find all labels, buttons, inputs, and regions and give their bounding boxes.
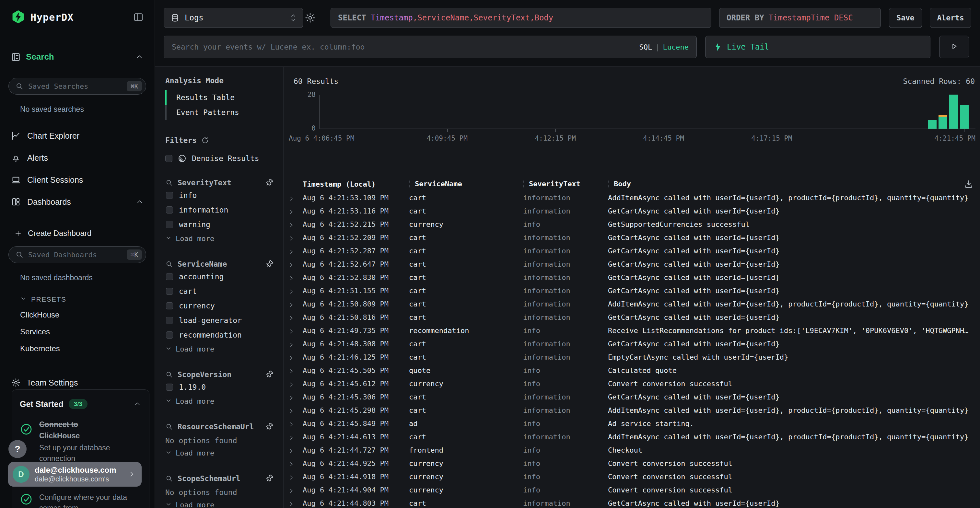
histogram-bar[interactable] bbox=[960, 105, 969, 129]
event-search-bar[interactable]: SQL | Lucene bbox=[164, 36, 697, 58]
column-header-body[interactable]: Body bbox=[608, 180, 980, 188]
create-dashboard-button[interactable]: Create Dashboard bbox=[14, 229, 143, 238]
sql-toggle[interactable]: SQL bbox=[640, 43, 652, 51]
search-icon[interactable] bbox=[165, 179, 173, 187]
user-popover[interactable]: D dale@clickhouse.com dale@clickhouse.co… bbox=[8, 462, 142, 487]
load-more-button[interactable]: Load more bbox=[165, 394, 274, 408]
row-expand-icon[interactable] bbox=[288, 461, 294, 467]
filter-option-recommendation[interactable]: recommendation bbox=[165, 327, 274, 342]
checkbox[interactable] bbox=[166, 221, 173, 228]
table-row[interactable]: Aug 6 4:21:50.809 PMcartinformationAddIt… bbox=[284, 297, 980, 311]
saved-searches-field[interactable] bbox=[28, 82, 122, 90]
table-row[interactable]: Aug 6 4:21:50.816 PMcartinformationGetCa… bbox=[284, 311, 980, 324]
checkbox[interactable] bbox=[166, 288, 173, 295]
filter-option-accounting[interactable]: accounting bbox=[165, 269, 274, 284]
table-row[interactable]: Aug 6 4:21:52.647 PMcartinformationGetCa… bbox=[284, 257, 980, 271]
table-row[interactable]: Aug 6 4:21:49.735 PMrecommendationinfoRe… bbox=[284, 324, 980, 337]
checkbox[interactable] bbox=[166, 384, 173, 391]
filter-option-warning[interactable]: warning bbox=[165, 217, 274, 232]
saved-dashboards-input[interactable]: ⌘K bbox=[8, 246, 146, 263]
gear-icon[interactable] bbox=[305, 12, 316, 23]
get-started-item[interactable]: Configure where your data comes from bbox=[20, 492, 141, 508]
filter-option-information[interactable]: information bbox=[165, 203, 274, 217]
row-expand-icon[interactable] bbox=[288, 487, 294, 493]
refresh-icon[interactable] bbox=[201, 137, 209, 144]
search-icon[interactable] bbox=[165, 260, 173, 268]
row-expand-icon[interactable] bbox=[288, 474, 294, 480]
table-row[interactable]: Aug 6 4:21:53.116 PMcartinformationGetCa… bbox=[284, 205, 980, 218]
sidebar-item-team-settings[interactable]: Team Settings bbox=[11, 378, 143, 387]
table-row[interactable]: Aug 6 4:21:52.209 PMcartinformationGetCa… bbox=[284, 231, 980, 244]
row-expand-icon[interactable] bbox=[288, 314, 294, 321]
row-expand-icon[interactable] bbox=[288, 275, 294, 281]
table-row[interactable]: Aug 6 4:21:52.830 PMcartinformationGetCa… bbox=[284, 271, 980, 284]
table-row[interactable]: Aug 6 4:21:45.306 PMcartinformationGetCa… bbox=[284, 391, 980, 404]
get-started-item[interactable]: Connect to ClickHouse Set up your databa… bbox=[20, 419, 141, 464]
checkbox[interactable] bbox=[165, 155, 172, 162]
pin-icon[interactable] bbox=[265, 370, 274, 379]
sidebar-item-chart-explorer[interactable]: Chart Explorer bbox=[0, 125, 154, 147]
tab-results-table[interactable]: Results Table bbox=[165, 90, 274, 105]
sidebar-item-search[interactable]: Search bbox=[11, 52, 143, 62]
table-row[interactable]: Aug 6 4:21:45.849 PMadinfoAd service sta… bbox=[284, 417, 980, 430]
pin-icon[interactable] bbox=[265, 178, 274, 187]
column-header-severitytext[interactable]: SeverityText bbox=[523, 180, 608, 188]
table-row[interactable]: Aug 6 4:21:46.125 PMcartinformationEmpty… bbox=[284, 351, 980, 364]
search-icon[interactable] bbox=[165, 423, 173, 430]
event-search-input[interactable] bbox=[172, 43, 636, 51]
pin-icon[interactable] bbox=[265, 474, 274, 483]
tab-event-patterns[interactable]: Event Patterns bbox=[165, 105, 274, 120]
row-expand-icon[interactable] bbox=[288, 408, 294, 413]
table-row[interactable]: Aug 6 4:21:44.803 PMcartinformationGetCa… bbox=[284, 497, 980, 508]
row-expand-icon[interactable] bbox=[288, 368, 294, 373]
table-row[interactable]: Aug 6 4:21:44.925 PMcurrencyinfoConvert … bbox=[284, 457, 980, 470]
alerts-button[interactable]: Alerts bbox=[930, 8, 971, 28]
search-icon[interactable] bbox=[165, 371, 173, 378]
results-histogram[interactable]: 28 0 Aug 6 4:06:45 PM4:09:45 PM4:12:15 P… bbox=[284, 86, 980, 164]
filter-option-cart[interactable]: cart bbox=[165, 284, 274, 298]
collapse-sidebar-icon[interactable] bbox=[133, 12, 143, 22]
table-row[interactable]: Aug 6 4:21:44.613 PMcartinformationAddIt… bbox=[284, 430, 980, 443]
table-row[interactable]: Aug 6 4:21:45.298 PMcartinformationAddIt… bbox=[284, 404, 980, 417]
sidebar-item-client-sessions[interactable]: Client Sessions bbox=[0, 169, 154, 191]
table-row[interactable]: Aug 6 4:21:44.904 PMcurrencyinfoConvert … bbox=[284, 483, 980, 497]
row-expand-icon[interactable] bbox=[288, 195, 294, 201]
histogram-bar[interactable] bbox=[928, 120, 937, 129]
row-expand-icon[interactable] bbox=[288, 301, 294, 307]
load-more-button[interactable]: Load more bbox=[165, 446, 274, 460]
histogram-bar[interactable] bbox=[949, 95, 958, 129]
table-row[interactable]: Aug 6 4:21:48.308 PMcartinformationGetCa… bbox=[284, 337, 980, 351]
table-row[interactable]: Aug 6 4:21:53.109 PMcartinformationAddIt… bbox=[284, 191, 980, 205]
chevron-up-icon[interactable] bbox=[135, 53, 143, 61]
row-expand-icon[interactable] bbox=[288, 262, 294, 267]
row-expand-icon[interactable] bbox=[288, 248, 294, 254]
row-expand-icon[interactable] bbox=[288, 341, 294, 347]
help-button[interactable]: ? bbox=[8, 440, 27, 458]
denoise-results-toggle[interactable]: Denoise Results bbox=[165, 153, 274, 164]
sidebar-item-alerts[interactable]: Alerts bbox=[0, 147, 154, 169]
load-more-button[interactable]: Load more bbox=[165, 232, 274, 245]
get-started-header[interactable]: Get Started 3/3 bbox=[20, 399, 141, 409]
row-expand-icon[interactable] bbox=[288, 421, 294, 427]
filter-option-info[interactable]: info bbox=[165, 188, 274, 203]
preset-item-kubernetes[interactable]: Kubernetes bbox=[0, 340, 154, 357]
checkbox[interactable] bbox=[166, 192, 173, 199]
filter-option-1.19.0[interactable]: 1.19.0 bbox=[165, 380, 274, 394]
checkbox[interactable] bbox=[166, 332, 173, 338]
lucene-toggle[interactable]: Lucene bbox=[663, 43, 689, 51]
table-row[interactable]: Aug 6 4:21:44.918 PMcurrencyinfoConvert … bbox=[284, 470, 980, 483]
preset-item-services[interactable]: Services bbox=[0, 323, 154, 340]
saved-dashboards-field[interactable] bbox=[28, 251, 122, 259]
checkbox[interactable] bbox=[166, 273, 173, 280]
search-icon[interactable] bbox=[165, 475, 173, 483]
saved-searches-input[interactable]: ⌘K bbox=[8, 78, 146, 95]
order-by-input[interactable]: ORDER BY TimestampTime DESC bbox=[719, 8, 881, 28]
load-more-button[interactable]: Load more bbox=[165, 498, 274, 508]
row-expand-icon[interactable] bbox=[288, 381, 294, 387]
load-more-button[interactable]: Load more bbox=[165, 342, 274, 356]
table-row[interactable]: Aug 6 4:21:51.155 PMcartinformationGetCa… bbox=[284, 284, 980, 297]
row-expand-icon[interactable] bbox=[288, 500, 294, 506]
sidebar-item-dashboards[interactable]: Dashboards bbox=[0, 191, 154, 213]
row-expand-icon[interactable] bbox=[288, 222, 294, 227]
row-expand-icon[interactable] bbox=[288, 448, 294, 453]
